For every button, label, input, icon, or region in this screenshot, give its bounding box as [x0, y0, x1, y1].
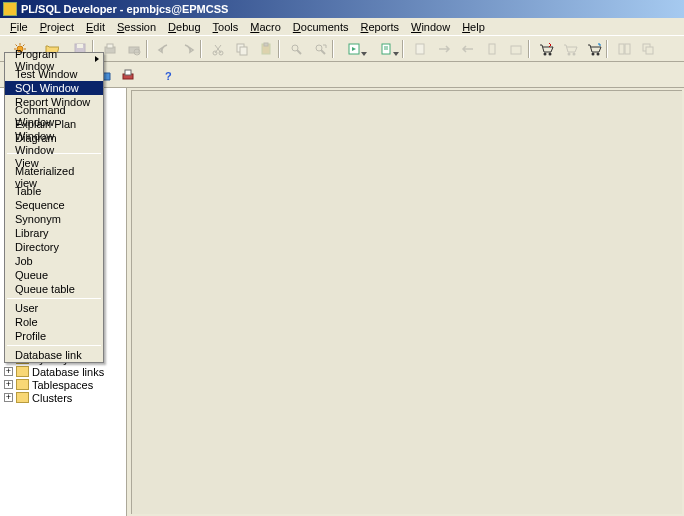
menu-item-queue-table[interactable]: Queue table — [5, 282, 103, 296]
menu-item-diagram-window[interactable]: Diagram Window — [5, 137, 103, 151]
menu-item-library[interactable]: Library — [5, 226, 103, 240]
find-next-button[interactable] — [309, 38, 331, 60]
tree-node-clusters[interactable]: +Clusters — [0, 391, 126, 404]
title-bar: PL/SQL Developer - epmbjcs@EPMCSS — [0, 0, 684, 18]
svg-line-26 — [321, 50, 325, 54]
svg-line-5 — [16, 44, 18, 46]
kill-button[interactable] — [505, 38, 527, 60]
menu-item-user[interactable]: User — [5, 301, 103, 315]
menu-item-profile[interactable]: Profile — [5, 329, 103, 343]
execute-button[interactable] — [339, 38, 369, 60]
expand-icon[interactable]: + — [4, 367, 13, 376]
folder-icon — [16, 392, 29, 403]
menu-bar: FileProjectEditSessionDebugToolsMacroDoc… — [0, 18, 684, 36]
menu-reports[interactable]: Reports — [354, 20, 405, 34]
svg-rect-32 — [489, 44, 495, 54]
folder-icon — [16, 366, 29, 377]
menu-item-table[interactable]: Table — [5, 184, 103, 198]
menu-separator — [7, 345, 101, 346]
svg-rect-48 — [125, 70, 131, 75]
window-tile-button[interactable] — [613, 38, 635, 60]
menu-tools[interactable]: Tools — [207, 20, 245, 34]
svg-rect-22 — [264, 43, 268, 46]
menu-project[interactable]: Project — [34, 20, 80, 34]
svg-point-38 — [592, 52, 595, 55]
menu-item-job[interactable]: Job — [5, 254, 103, 268]
svg-rect-12 — [107, 44, 113, 48]
menu-item-sequence[interactable]: Sequence — [5, 198, 103, 212]
menu-separator — [7, 298, 101, 299]
svg-rect-20 — [240, 47, 247, 55]
mdi-workspace — [131, 90, 682, 514]
cart-go-button[interactable] — [583, 38, 605, 60]
help-button[interactable]: ? — [157, 64, 179, 86]
svg-point-36 — [568, 52, 571, 55]
tree-node-tablespaces[interactable]: +Tablespaces — [0, 378, 126, 391]
print-preview-button[interactable] — [123, 38, 145, 60]
expand-icon[interactable]: + — [4, 380, 13, 389]
cut-button[interactable] — [207, 38, 229, 60]
svg-text:?: ? — [165, 70, 172, 82]
svg-rect-43 — [646, 47, 653, 54]
find-button[interactable] — [285, 38, 307, 60]
cart-button[interactable] — [535, 38, 557, 60]
explain-button[interactable] — [409, 38, 431, 60]
svg-line-24 — [297, 50, 301, 54]
file-new-menu: Program WindowTest WindowSQL WindowRepor… — [4, 52, 104, 363]
menu-file[interactable]: File — [4, 20, 34, 34]
menu-item-test-window[interactable]: Test Window — [5, 67, 103, 81]
menu-item-program-window[interactable]: Program Window — [5, 53, 103, 67]
paste-button[interactable] — [255, 38, 277, 60]
app-icon — [3, 2, 17, 16]
menu-item-database-link[interactable]: Database link — [5, 348, 103, 362]
rollback-button[interactable] — [457, 38, 479, 60]
menu-item-sql-window[interactable]: SQL Window — [5, 81, 103, 95]
tree-label: Clusters — [32, 392, 72, 404]
svg-line-8 — [23, 44, 25, 46]
menu-documents[interactable]: Documents — [287, 20, 355, 34]
cart-add-button[interactable] — [559, 38, 581, 60]
menu-item-materialized-view[interactable]: Materialized view — [5, 170, 103, 184]
expand-icon[interactable]: + — [4, 393, 13, 402]
menu-session[interactable]: Session — [111, 20, 162, 34]
svg-rect-31 — [416, 44, 424, 54]
menu-item-queue[interactable]: Queue — [5, 268, 103, 282]
window-title: PL/SQL Developer - epmbjcs@EPMCSS — [21, 3, 228, 15]
svg-point-37 — [573, 52, 576, 55]
tb2-printer[interactable] — [117, 64, 139, 86]
svg-point-34 — [544, 52, 547, 55]
folder-icon — [16, 379, 29, 390]
tree-label: Database links — [32, 366, 104, 378]
menu-debug[interactable]: Debug — [162, 20, 206, 34]
menu-window[interactable]: Window — [405, 20, 456, 34]
menu-macro[interactable]: Macro — [244, 20, 287, 34]
svg-rect-33 — [511, 46, 521, 54]
menu-help[interactable]: Help — [456, 20, 491, 34]
menu-item-role[interactable]: Role — [5, 315, 103, 329]
tree-label: Tablespaces — [32, 379, 93, 391]
menu-item-synonym[interactable]: Synonym — [5, 212, 103, 226]
svg-point-35 — [549, 52, 552, 55]
undo-button[interactable] — [153, 38, 175, 60]
break-button[interactable] — [481, 38, 503, 60]
svg-point-39 — [597, 52, 600, 55]
redo-button[interactable] — [177, 38, 199, 60]
tree-node-database-links[interactable]: +Database links — [0, 365, 126, 378]
commit-button[interactable] — [433, 38, 455, 60]
script-button[interactable] — [371, 38, 401, 60]
menu-item-directory[interactable]: Directory — [5, 240, 103, 254]
copy-button[interactable] — [231, 38, 253, 60]
window-cascade-button[interactable] — [637, 38, 659, 60]
svg-rect-10 — [77, 44, 83, 48]
svg-rect-40 — [619, 44, 624, 54]
svg-rect-41 — [625, 44, 630, 54]
menu-edit[interactable]: Edit — [80, 20, 111, 34]
